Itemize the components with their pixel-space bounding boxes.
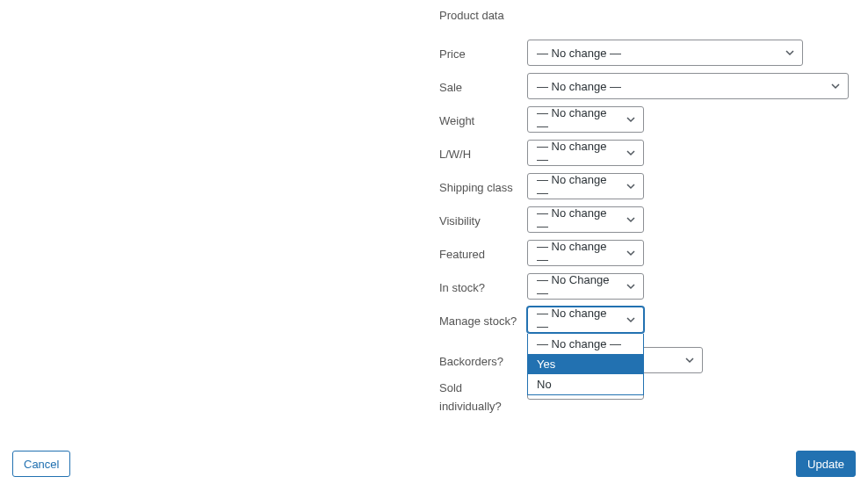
field-in-stock: In stock? — No Change —	[439, 273, 852, 300]
dropdown-value: — No change —	[537, 47, 621, 60]
dropdown-option[interactable]: No	[528, 374, 643, 394]
section-title: Product data	[439, 9, 852, 22]
chevron-down-icon	[626, 181, 636, 191]
label-sold-individually: Sold individually?	[439, 373, 527, 416]
label-lwh: L/W/H	[439, 140, 527, 164]
field-visibility: Visibility — No change —	[439, 206, 852, 233]
dropdown-lwh[interactable]: — No change —	[527, 140, 644, 166]
dropdown-visibility[interactable]: — No change —	[527, 206, 644, 233]
chevron-down-icon	[626, 148, 636, 158]
label-weight: Weight	[439, 106, 527, 131]
dropdown-weight[interactable]: — No change —	[527, 106, 644, 133]
chevron-down-icon	[684, 355, 695, 365]
field-backorders: Backorders?	[439, 347, 527, 373]
dropdown-in-stock[interactable]: — No Change —	[527, 273, 644, 300]
dropdown-value: — No change —	[537, 240, 618, 266]
label-shipping-class: Shipping class	[439, 173, 527, 198]
label-visibility: Visibility	[439, 206, 527, 231]
label-sale: Sale	[439, 73, 527, 98]
field-featured: Featured — No change —	[439, 240, 852, 266]
field-weight: Weight — No change —	[439, 106, 852, 133]
label-price: Price	[439, 40, 527, 64]
field-price: Price — No change —	[439, 40, 852, 66]
cancel-button[interactable]: Cancel	[12, 451, 70, 477]
dropdown-value: — No change —	[537, 106, 618, 133]
chevron-down-icon	[626, 248, 636, 258]
dropdown-value: — No change —	[537, 173, 618, 199]
field-shipping-class: Shipping class — No change —	[439, 173, 852, 199]
dropdown-option[interactable]: — No change —	[528, 334, 643, 354]
update-button[interactable]: Update	[796, 451, 856, 477]
dropdown-featured[interactable]: — No change —	[527, 240, 644, 266]
label-manage-stock: Manage stock?	[439, 307, 527, 331]
label-featured: Featured	[439, 240, 527, 264]
chevron-down-icon	[626, 281, 636, 292]
chevron-down-icon	[626, 114, 636, 125]
chevron-down-icon	[830, 81, 841, 91]
field-sale: Sale — No change —	[439, 73, 852, 99]
chevron-down-icon	[785, 47, 795, 58]
label-backorders: Backorders?	[439, 347, 527, 372]
dropdown-value: — No change —	[537, 206, 618, 233]
dropdown-menu-manage-stock: — No change — Yes No	[527, 334, 644, 395]
dropdown-value: — No change —	[537, 140, 618, 166]
field-sold-individually: Sold individually? — No change —	[439, 373, 852, 416]
field-manage-stock: Manage stock? — No change — — No change …	[439, 307, 852, 333]
label-in-stock: In stock?	[439, 273, 527, 298]
dropdown-manage-stock[interactable]: — No change — — No change — Yes No	[527, 307, 644, 333]
dropdown-sale[interactable]: — No change —	[527, 73, 849, 99]
chevron-down-icon	[626, 314, 636, 325]
field-lwh: L/W/H — No change —	[439, 140, 852, 166]
dropdown-price[interactable]: — No change —	[527, 40, 803, 66]
dropdown-shipping-class[interactable]: — No change —	[527, 173, 644, 199]
dropdown-value: — No change —	[537, 307, 618, 333]
dropdown-value: — No Change —	[537, 273, 618, 300]
dropdown-value: — No change —	[537, 80, 621, 93]
chevron-down-icon	[626, 214, 636, 225]
dropdown-option[interactable]: Yes	[528, 354, 643, 374]
